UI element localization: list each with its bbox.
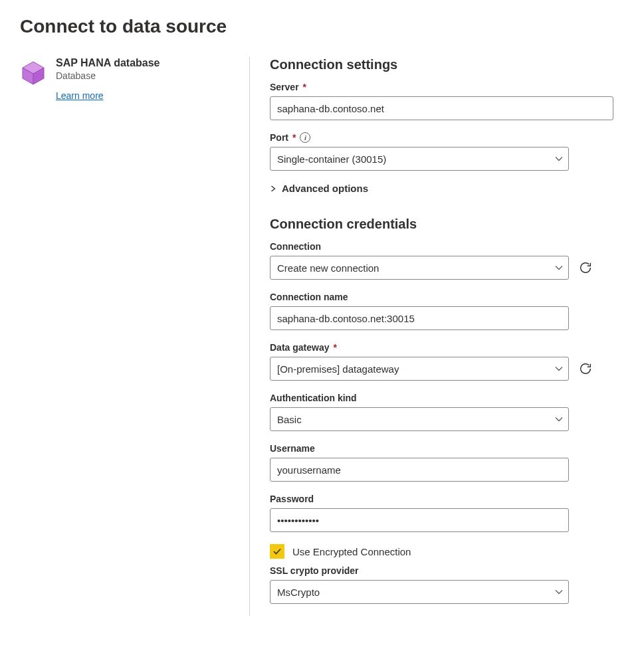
advanced-options-label: Advanced options [282,183,368,194]
username-label: Username [270,443,315,454]
connection-name-input[interactable] [270,306,569,330]
port-field: Port * i Single-container (30015) [270,132,624,171]
ssl-provider-label: SSL crypto provider [270,565,359,576]
password-label: Password [270,494,314,504]
chevron-right-icon [270,185,276,192]
connection-name-field: Connection name [270,292,624,330]
username-input[interactable] [270,458,569,482]
data-gateway-select[interactable]: [On-premises] datagateway [270,357,569,381]
connection-select-value: Create new connection [277,262,379,274]
sidebar: SAP HANA database Database Learn more [20,57,250,616]
refresh-icon[interactable] [578,260,593,275]
chevron-down-icon [555,264,563,272]
connection-credentials-heading: Connection credentials [270,217,624,232]
datasource-type: Database [56,70,160,81]
database-cube-icon [20,60,47,86]
server-label: Server [270,82,299,92]
checkmark-icon [272,547,282,556]
connection-settings-heading: Connection settings [270,57,624,72]
password-input[interactable] [270,508,569,532]
page-title: Connect to data source [20,16,624,37]
auth-kind-label: Authentication kind [270,393,357,403]
info-icon[interactable]: i [300,132,310,143]
server-field: Server * [270,82,624,120]
auth-kind-select[interactable]: Basic [270,407,569,431]
advanced-options-toggle[interactable]: Advanced options [270,183,624,194]
learn-more-link[interactable]: Learn more [56,90,104,101]
use-encrypted-checkbox[interactable] [270,544,284,559]
ssl-provider-field: SSL crypto provider MsCrypto [270,565,624,604]
required-indicator: * [333,342,336,353]
auth-kind-field: Authentication kind Basic [270,393,624,431]
port-select-value: Single-container (30015) [277,153,386,165]
datasource-name: SAP HANA database [56,57,160,69]
refresh-icon[interactable] [578,361,593,376]
connection-select[interactable]: Create new connection [270,256,569,280]
auth-kind-select-value: Basic [277,414,302,425]
chevron-down-icon [555,365,563,373]
ssl-provider-select-value: MsCrypto [277,587,320,598]
server-input[interactable] [270,96,613,120]
connection-field: Connection Create new connection [270,241,624,280]
data-gateway-label: Data gateway [270,342,329,353]
chevron-down-icon [555,155,563,163]
data-gateway-select-value: [On-premises] datagateway [277,363,399,375]
username-field: Username [270,443,624,482]
port-label: Port [270,132,288,143]
use-encrypted-row: Use Encrypted Connection [270,544,624,559]
chevron-down-icon [555,415,563,423]
chevron-down-icon [555,588,563,596]
data-gateway-field: Data gateway * [On-premises] datagateway [270,342,624,381]
port-select[interactable]: Single-container (30015) [270,147,569,171]
use-encrypted-label: Use Encrypted Connection [292,546,411,557]
required-indicator: * [292,132,296,143]
ssl-provider-select[interactable]: MsCrypto [270,580,569,604]
password-field: Password [270,494,624,532]
required-indicator: * [303,82,306,92]
connection-label: Connection [270,241,321,252]
connection-name-label: Connection name [270,292,348,302]
